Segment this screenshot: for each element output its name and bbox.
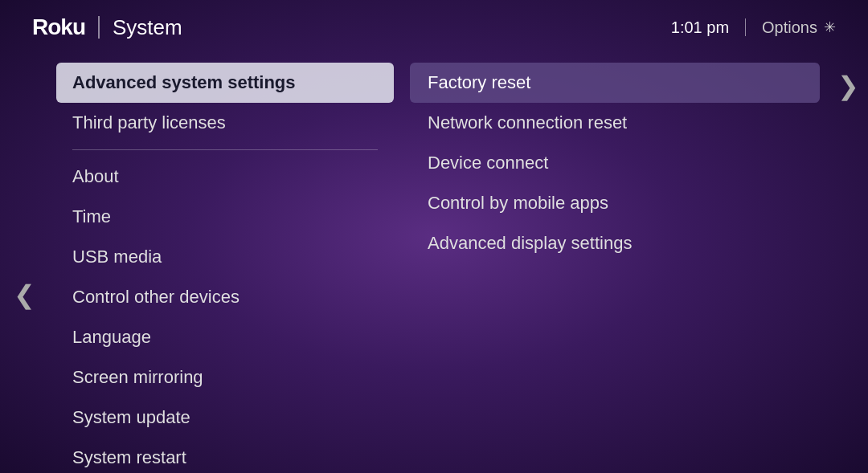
header-right-divider <box>745 18 746 36</box>
main-content: ❮ Advanced system settingsThird party li… <box>0 55 868 473</box>
right-chevron-icon: ❯ <box>837 71 859 101</box>
asterisk-icon: ✳ <box>824 18 836 36</box>
left-menu-item-language[interactable]: Language <box>56 317 394 357</box>
options-label: Options <box>762 18 817 37</box>
page-title: System <box>113 15 182 40</box>
left-menu-item-advanced-system-settings[interactable]: Advanced system settings <box>56 63 394 103</box>
left-arrow-button[interactable]: ❮ <box>0 63 48 473</box>
right-menu-item-network-connection-reset[interactable]: Network connection reset <box>410 103 820 143</box>
options-button[interactable]: Options ✳ <box>762 18 836 37</box>
time-display: 1:01 pm <box>671 18 729 37</box>
right-arrow-button[interactable]: ❯ <box>828 63 868 473</box>
left-menu-item-screen-mirroring[interactable]: Screen mirroring <box>56 357 394 398</box>
header-left: Roku System <box>32 14 182 40</box>
left-menu-item-about[interactable]: About <box>56 157 394 197</box>
left-menu-item-usb-media[interactable]: USB media <box>56 237 394 277</box>
left-menu-item-system-update[interactable]: System update <box>56 398 394 438</box>
header: Roku System 1:01 pm Options ✳ <box>0 0 868 55</box>
right-menu-panel: Factory resetNetwork connection resetDev… <box>402 63 828 473</box>
left-menu-panel: Advanced system settingsThird party lice… <box>48 63 402 473</box>
left-menu-item-time[interactable]: Time <box>56 197 394 237</box>
left-menu-item-control-other-devices[interactable]: Control other devices <box>56 277 394 317</box>
header-divider <box>98 16 100 39</box>
right-menu-item-advanced-display-settings[interactable]: Advanced display settings <box>410 223 820 263</box>
left-menu-divider <box>72 149 378 150</box>
left-chevron-icon: ❮ <box>14 279 35 310</box>
left-menu-item-system-restart[interactable]: System restart <box>56 438 394 473</box>
right-menu-item-factory-reset[interactable]: Factory reset <box>410 63 820 103</box>
right-menu-item-device-connect[interactable]: Device connect <box>410 143 820 183</box>
header-right: 1:01 pm Options ✳ <box>671 18 836 37</box>
right-menu-item-control-by-mobile-apps[interactable]: Control by mobile apps <box>410 183 820 223</box>
roku-logo: Roku <box>32 14 85 40</box>
left-menu-item-third-party-licenses[interactable]: Third party licenses <box>56 103 394 143</box>
